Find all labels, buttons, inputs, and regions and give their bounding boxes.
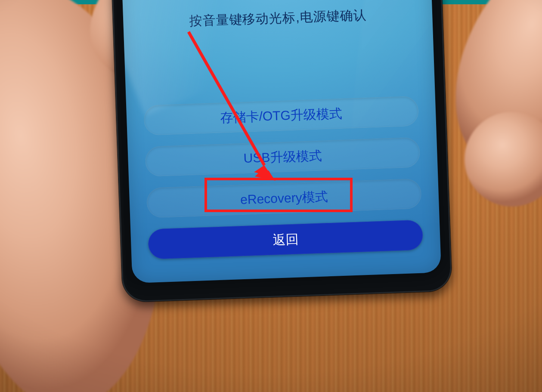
menu-item-back[interactable]: 返回 <box>148 220 423 259</box>
phone: 按音量键移动光标,电源键确认 存储卡/OTG升级模式 USB升级模式 eReco… <box>111 0 452 302</box>
background-scene: 按音量键移动光标,电源键确认 存储卡/OTG升级模式 USB升级模式 eReco… <box>0 0 542 392</box>
menu-item-usb[interactable]: USB升级模式 <box>145 137 421 177</box>
instruction-text: 按音量键移动光标,电源键确认 <box>189 6 367 30</box>
menu-item-erecovery[interactable]: eRecovery模式 <box>146 179 422 218</box>
menu-list: 存储卡/OTG升级模式 USB升级模式 eRecovery模式 返回 <box>143 96 423 259</box>
recovery-menu: 按音量键移动光标,电源键确认 存储卡/OTG升级模式 USB升级模式 eReco… <box>122 0 441 283</box>
menu-item-sdcard-otg[interactable]: 存储卡/OTG升级模式 <box>143 96 419 136</box>
phone-screen: 按音量键移动光标,电源键确认 存储卡/OTG升级模式 USB升级模式 eReco… <box>122 0 441 283</box>
